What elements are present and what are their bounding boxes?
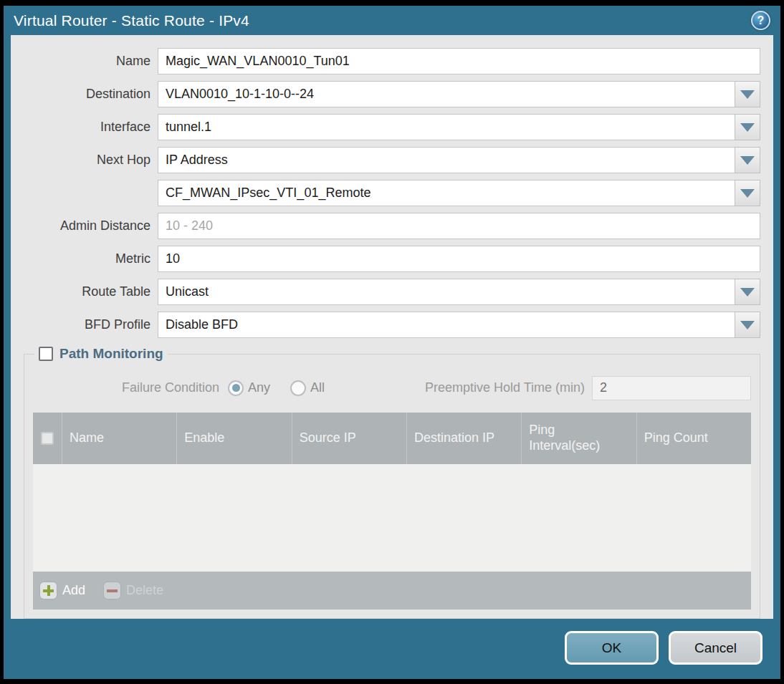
next-hop-address-input[interactable]	[158, 180, 735, 206]
destination-input[interactable]	[158, 81, 735, 107]
column-header-source-ip[interactable]: Source IP	[292, 413, 407, 464]
interface-field-row: Interface	[24, 114, 760, 140]
dialog-content: Name Destination Interface	[11, 35, 773, 619]
chevron-down-icon	[740, 321, 755, 329]
minus-icon	[104, 582, 120, 599]
path-monitoring-table: Name Enable Source IP Destination IP Pin…	[33, 413, 751, 610]
name-field	[158, 48, 760, 74]
select-all-checkbox[interactable]	[41, 432, 54, 445]
metric-field-row: Metric	[24, 246, 760, 272]
name-label: Name	[24, 54, 158, 69]
add-button-label: Add	[62, 583, 85, 598]
bfd-profile-label: BFD Profile	[24, 317, 158, 332]
chevron-down-icon	[740, 90, 755, 99]
next-hop-address-field	[158, 180, 760, 206]
column-header-name[interactable]: Name	[62, 413, 177, 464]
name-input[interactable]	[158, 48, 760, 74]
titlebar: Virtual Router - Static Route - IPv4	[4, 6, 780, 35]
column-header-ping-count[interactable]: Ping Count	[637, 413, 751, 464]
next-hop-address-dropdown-button[interactable]	[735, 180, 760, 206]
route-table-field	[158, 279, 760, 305]
next-hop-field	[158, 147, 760, 173]
table-toolbar: Add Delete	[33, 572, 751, 610]
path-monitoring-checkbox[interactable]	[39, 347, 53, 361]
chevron-down-icon	[740, 156, 755, 165]
dialog-frame: Virtual Router - Static Route - IPv4 Nam…	[0, 0, 784, 684]
delete-button[interactable]: Delete	[104, 582, 163, 599]
interface-label: Interface	[24, 120, 158, 135]
metric-label: Metric	[24, 251, 158, 266]
destination-field	[158, 81, 760, 107]
next-hop-dropdown-button[interactable]	[735, 147, 760, 173]
preemptive-hold-time-label: Preemptive Hold Time (min)	[425, 380, 592, 395]
table-header-row: Name Enable Source IP Destination IP Pin…	[33, 413, 751, 464]
next-hop-type-input[interactable]	[158, 147, 735, 173]
path-monitoring-legend: Path Monitoring	[34, 346, 168, 362]
bfd-profile-field-row: BFD Profile	[24, 312, 760, 338]
radio-all[interactable]	[290, 380, 306, 396]
bfd-profile-field	[158, 312, 760, 338]
chevron-down-icon	[740, 189, 755, 198]
failure-condition-all-option: All	[290, 380, 325, 396]
table-body-empty	[33, 464, 751, 572]
admin-distance-field	[158, 213, 760, 239]
static-route-dialog: Virtual Router - Static Route - IPv4 Nam…	[4, 6, 780, 679]
dialog-footer: OK Cancel	[4, 619, 780, 679]
admin-distance-field-row: Admin Distance	[24, 213, 760, 239]
interface-field	[158, 114, 760, 140]
path-monitoring-title: Path Monitoring	[59, 346, 163, 362]
add-button[interactable]: Add	[40, 582, 85, 599]
admin-distance-input[interactable]	[158, 213, 760, 239]
next-hop-label: Next Hop	[24, 153, 158, 168]
dialog-title: Virtual Router - Static Route - IPv4	[14, 12, 249, 29]
admin-distance-label: Admin Distance	[24, 218, 158, 233]
metric-input[interactable]	[158, 246, 760, 272]
name-field-row: Name	[24, 48, 760, 74]
radio-any[interactable]	[228, 380, 244, 396]
failure-condition-any-option: Any	[228, 380, 270, 396]
destination-field-row: Destination	[24, 81, 760, 107]
destination-label: Destination	[24, 87, 158, 102]
column-header-destination-ip[interactable]: Destination IP	[407, 413, 522, 464]
radio-all-label: All	[310, 380, 325, 395]
destination-dropdown-button[interactable]	[735, 81, 760, 107]
table-select-all-cell	[33, 413, 62, 464]
interface-dropdown-button[interactable]	[735, 114, 760, 140]
plus-icon	[40, 582, 57, 599]
cancel-button[interactable]: Cancel	[669, 631, 763, 665]
path-monitoring-section: Path Monitoring Failure Condition Any Al…	[24, 346, 760, 619]
bfd-profile-dropdown-button[interactable]	[735, 312, 760, 338]
help-icon[interactable]	[751, 11, 770, 30]
ok-button[interactable]: OK	[565, 631, 659, 665]
column-header-enable[interactable]: Enable	[177, 413, 292, 464]
chevron-down-icon	[740, 288, 755, 297]
failure-condition-row: Failure Condition Any All Preemptive Hol…	[33, 375, 751, 401]
metric-field	[158, 246, 760, 272]
next-hop-field-row: Next Hop	[24, 147, 760, 173]
route-table-input[interactable]	[158, 279, 735, 305]
route-table-dropdown-button[interactable]	[735, 279, 760, 305]
next-hop-address-row	[24, 180, 760, 206]
route-table-label: Route Table	[24, 284, 158, 299]
radio-any-label: Any	[248, 380, 270, 395]
preemptive-hold-time-input[interactable]	[592, 376, 751, 400]
failure-condition-label: Failure Condition	[33, 380, 228, 395]
interface-input[interactable]	[158, 114, 735, 140]
chevron-down-icon	[740, 123, 755, 132]
delete-button-label: Delete	[126, 583, 163, 598]
bfd-profile-input[interactable]	[158, 312, 735, 338]
column-header-ping-interval[interactable]: Ping Interval(sec)	[522, 413, 636, 464]
route-table-field-row: Route Table	[24, 279, 760, 305]
